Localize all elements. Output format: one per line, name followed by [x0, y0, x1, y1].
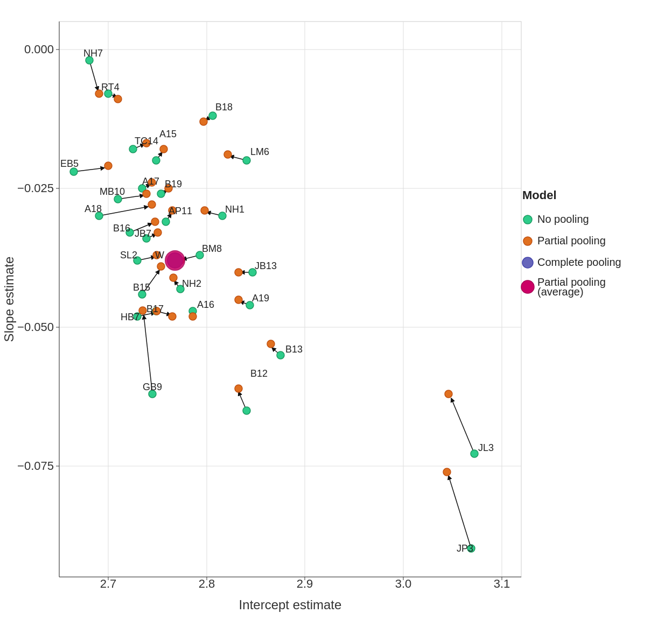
legend-icon-partial-pooling — [523, 237, 532, 245]
label-BM8: BM8 — [202, 243, 222, 254]
label-B12: B12 — [250, 368, 268, 379]
point-no-pool-LM6 — [243, 157, 250, 164]
point-partial-GB9 — [139, 307, 146, 314]
point-partial-B17 — [169, 313, 176, 320]
x-tick-29: 2.9 — [297, 577, 313, 590]
x-tick-30: 3.0 — [395, 577, 412, 590]
label-NH2: NH2 — [182, 278, 201, 289]
point-partial-A18 — [148, 201, 156, 208]
x-tick-27: 2.7 — [100, 577, 117, 590]
legend-title: Model — [522, 188, 557, 202]
label-B16: B16 — [113, 223, 130, 234]
label-A19: A19 — [252, 293, 269, 304]
label-B19: B19 — [165, 179, 182, 189]
label-MB10: MB10 — [100, 186, 125, 197]
point-no-pool-B12 — [243, 407, 250, 414]
label-B18: B18 — [215, 102, 233, 112]
label-B15: B15 — [133, 282, 150, 293]
label-JB7: JB7 — [135, 228, 151, 239]
y-tick-075: −0.075 — [17, 459, 54, 473]
label-SL2: SL2 — [120, 250, 137, 260]
legend-icon-no-pooling — [523, 215, 532, 224]
label-NH7: NH7 — [83, 48, 103, 59]
point-partial-JB13 — [235, 269, 242, 276]
label-RT4: RT4 — [101, 82, 120, 93]
scatter-plot: 2.7 2.8 2.9 3.0 3.1 — [0, 0, 672, 620]
point-partial-B18 — [200, 118, 207, 125]
point-partial-LM6 — [224, 151, 232, 158]
point-no-pool-B19 — [157, 190, 165, 198]
point-no-pool-TC14 — [129, 145, 137, 153]
label-JP3: JP3 — [457, 543, 473, 554]
label-A17: A17 — [142, 176, 159, 187]
x-tick-31: 3.1 — [494, 577, 510, 590]
y-tick-050: −0.050 — [17, 320, 54, 334]
point-partial-A19 — [235, 296, 242, 304]
point-partial-NH2 — [170, 274, 177, 281]
label-W: W — [155, 250, 164, 260]
label-A15: A15 — [159, 129, 177, 139]
label-A16: A16 — [197, 299, 214, 310]
label-TC14: TC14 — [135, 136, 158, 146]
point-partial-B16 — [151, 218, 159, 226]
label-B13: B13 — [285, 344, 303, 355]
svg-rect-1 — [59, 22, 521, 577]
label-NH1: NH1 — [225, 204, 244, 215]
legend-label-partial-avg-2: (average) — [537, 286, 584, 298]
point-no-pool-B13 — [277, 351, 284, 359]
point-partial-B13 — [267, 340, 275, 348]
label-A18: A18 — [85, 203, 102, 214]
legend-icon-complete-pooling — [522, 257, 533, 268]
point-partial-JL3 — [445, 390, 452, 398]
label-LM6: LM6 — [250, 146, 269, 157]
point-partial-B12 — [235, 385, 242, 392]
point-no-pool-B18 — [209, 112, 216, 119]
point-partial-A15 — [160, 145, 167, 153]
label-JL3: JL3 — [478, 442, 494, 453]
point-partial-JB7 — [154, 229, 162, 236]
point-partial-EB5 — [104, 162, 112, 170]
point-partial-RT4 — [114, 95, 122, 103]
legend-icon-partial-avg — [521, 280, 534, 293]
point-partial-JP3 — [443, 468, 451, 476]
legend-label-no-pooling: No pooling — [537, 213, 589, 225]
point-partial-A16 — [189, 313, 197, 320]
legend-label-complete-pooling: Complete pooling — [537, 256, 621, 268]
label-B17: B17 — [146, 304, 164, 314]
point-partial-MB10 — [143, 190, 150, 198]
label-AP11: AP11 — [169, 206, 192, 216]
label-EB5: EB5 — [60, 158, 79, 169]
point-partial-NH1 — [201, 207, 208, 214]
label-JB13: JB13 — [255, 260, 277, 271]
y-tick-025: −0.025 — [17, 181, 54, 195]
label-HB7: HB7 — [121, 312, 139, 322]
point-partial-B15 — [157, 263, 165, 270]
chart-container: 2.7 2.8 2.9 3.0 3.1 — [0, 0, 672, 620]
label-GB9: GB9 — [143, 382, 162, 392]
x-axis-label: Intercept estimate — [239, 597, 342, 612]
y-axis-label: Slope estimate — [2, 257, 16, 342]
point-no-pool-AP11 — [162, 218, 170, 226]
point-no-pool-EB5 — [70, 168, 78, 175]
point-no-pool-A15 — [152, 157, 160, 164]
y-tick-000: 0.000 — [24, 43, 54, 56]
point-no-pool-JL3 — [471, 450, 478, 457]
point-partial-pooling-avg — [165, 251, 185, 270]
x-tick-28: 2.8 — [199, 577, 215, 590]
legend-label-partial-pooling: Partial pooling — [537, 235, 606, 246]
